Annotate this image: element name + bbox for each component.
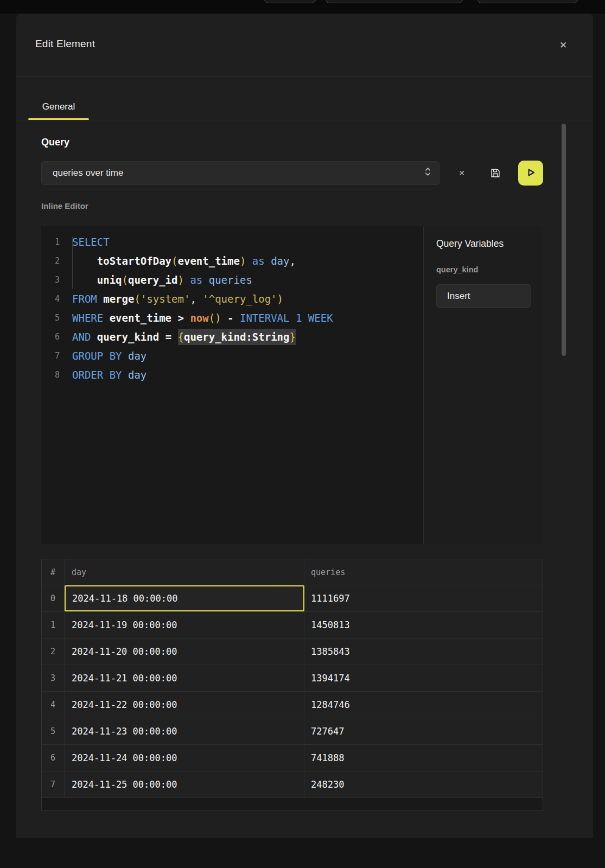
cell-row-index[interactable]: 5 (42, 718, 65, 744)
cell-day[interactable]: 2024-11-23 00:00:00 (65, 718, 304, 744)
code-line-content: WHERE event_time > now() - INTERVAL 1 WE… (72, 312, 333, 324)
code-token: uniq (97, 274, 122, 286)
line-number: 3 (41, 275, 60, 285)
column-header-index[interactable]: # (42, 559, 65, 585)
close-icon[interactable]: ✕ (556, 37, 571, 53)
code-line[interactable]: 5WHERE event_time > now() - INTERVAL 1 W… (41, 308, 423, 327)
cell-row-index[interactable]: 4 (42, 692, 65, 718)
code-editor-area[interactable]: 1SELECT2 toStartOfDay(event_time) as day… (41, 226, 423, 544)
indent-guide (72, 237, 73, 289)
table-row: 62024-11-24 00:00:00741888 (42, 745, 543, 771)
column-header-day[interactable]: day (65, 559, 304, 585)
code-line[interactable]: 6AND query_kind = {query_kind:String} (41, 327, 423, 346)
cell-queries[interactable]: 248230 (304, 771, 543, 797)
cell-row-index[interactable]: 0 (42, 585, 65, 611)
code-token: AND (72, 331, 91, 343)
cell-row-index[interactable]: 3 (42, 665, 65, 691)
cell-day[interactable]: 2024-11-25 00:00:00 (65, 771, 304, 797)
code-token: ) (178, 274, 184, 286)
cell-row-index[interactable]: 6 (42, 745, 65, 771)
code-token: as (190, 274, 202, 286)
code-token: () (209, 312, 221, 324)
code-token: queries (209, 274, 252, 286)
table-row: 42024-11-22 00:00:001284746 (42, 692, 543, 718)
background-button-2[interactable] (326, 0, 463, 3)
cell-queries[interactable]: 727647 (304, 718, 543, 744)
code-token: , (289, 255, 295, 267)
active-tab-underline (28, 118, 89, 120)
cell-day[interactable]: 2024-11-22 00:00:00 (65, 692, 304, 718)
background-button-3[interactable] (477, 0, 578, 3)
code-token (246, 255, 252, 267)
code-token: } (289, 329, 295, 345)
table-row: 32024-11-21 00:00:001394174 (42, 665, 543, 692)
save-query-icon[interactable] (488, 165, 503, 181)
cell-queries[interactable]: 1284746 (304, 692, 543, 718)
cell-day[interactable]: 2024-11-21 00:00:00 (65, 665, 304, 691)
column-header-queries[interactable]: queries (304, 559, 543, 585)
query-variables-panel: Query Variables query_kind Insert (423, 226, 543, 544)
cell-row-index[interactable]: 1 (42, 612, 65, 638)
code-line[interactable]: 4FROM merge('system', '^query_log') (41, 289, 423, 308)
header-divider (16, 76, 593, 77)
run-query-button[interactable] (518, 161, 543, 186)
code-line-content: uniq(query_id) as queries (72, 274, 252, 286)
code-line[interactable]: 8ORDER BY day (41, 365, 423, 384)
cell-queries[interactable]: 1111697 (304, 585, 543, 611)
inline-editor-label: Inline Editor (41, 201, 88, 210)
cell-queries[interactable]: 741888 (304, 745, 543, 771)
table-row: 52024-11-23 00:00:00727647 (42, 718, 543, 745)
modal-title: Edit Element (35, 38, 95, 50)
line-number: 8 (41, 370, 60, 380)
code-line[interactable]: 2 toStartOfDay(event_time) as day, (41, 251, 423, 270)
cell-row-index[interactable]: 2 (42, 639, 65, 665)
code-token (290, 312, 296, 324)
clear-query-icon[interactable]: ✕ (455, 166, 469, 180)
code-token (159, 331, 165, 343)
code-line-content: ORDER BY day (72, 369, 147, 381)
code-token (202, 274, 208, 286)
query-variable-name: query_kind (436, 265, 478, 274)
code-token: ORDER BY (72, 369, 122, 381)
code-token (171, 331, 177, 343)
code-token: ( (122, 274, 128, 286)
query-variables-title: Query Variables (436, 238, 504, 250)
code-token: > (178, 312, 184, 324)
edit-element-modal: Edit Element ✕ General Query queries ove… (16, 14, 593, 838)
query-select[interactable]: queries over time (41, 161, 440, 185)
line-number: 5 (41, 313, 60, 323)
code-token: event_time (178, 255, 240, 267)
background-button-1[interactable] (264, 0, 316, 3)
code-token: ( (171, 255, 177, 267)
cell-day[interactable]: 2024-11-18 00:00:00 (65, 585, 304, 611)
table-footer-strip (42, 798, 543, 810)
code-token: WEEK (308, 312, 333, 324)
cell-day[interactable]: 2024-11-24 00:00:00 (65, 745, 304, 771)
table-row: 02024-11-18 00:00:001111697 (42, 585, 543, 612)
code-line[interactable]: 3 uniq(query_id) as queries (41, 270, 423, 289)
tab-general[interactable]: General (28, 95, 89, 118)
code-token: toStartOfDay (97, 255, 171, 267)
code-token (184, 312, 190, 324)
code-token: day (128, 350, 147, 362)
cell-row-index[interactable]: 7 (42, 771, 65, 797)
code-line[interactable]: 7GROUP BY day (41, 346, 423, 365)
insert-variable-button[interactable]: Insert (436, 284, 531, 308)
table-row: 22024-11-20 00:00:001385843 (42, 639, 543, 665)
cell-queries[interactable]: 1394174 (304, 665, 543, 691)
cell-day[interactable]: 2024-11-20 00:00:00 (65, 639, 304, 665)
cell-queries[interactable]: 1450813 (304, 612, 543, 638)
code-token (91, 331, 97, 343)
code-token (72, 274, 97, 286)
code-token (302, 312, 308, 324)
table-row: 72024-11-25 00:00:00248230 (42, 771, 543, 798)
code-token: day (271, 255, 289, 267)
cell-queries[interactable]: 1385843 (304, 639, 543, 665)
code-token (122, 369, 128, 381)
modal-scrollbar[interactable] (562, 124, 566, 356)
code-line[interactable]: 1SELECT (41, 232, 423, 251)
tab-general-label: General (42, 101, 75, 112)
cell-day[interactable]: 2024-11-19 00:00:00 (65, 612, 304, 638)
code-token (97, 293, 103, 305)
code-token: 1 (296, 312, 302, 324)
